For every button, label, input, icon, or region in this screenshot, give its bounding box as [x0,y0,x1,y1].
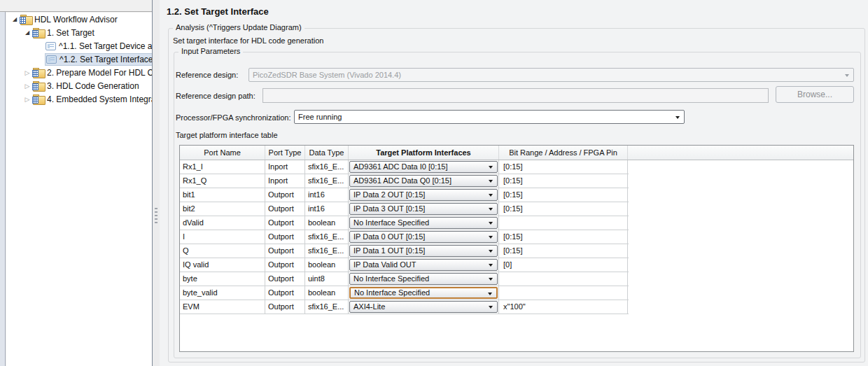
cell-port-name: I [180,230,265,244]
cell-data-type: sfix16_E... [305,244,349,258]
sync-label: Processor/FPGA synchronization: [176,113,290,122]
tree-item[interactable]: ^1.1. Set Target Device an [6,39,152,52]
cell-target-platform-interface: IP Data 0 OUT [0:15] [349,230,499,244]
tree-collapsed-arrow-icon[interactable]: ▷ [22,96,32,103]
table-row: bit1Outportint16IP Data 2 OUT [0:15][0:1… [180,188,629,202]
reference-design-value: PicoZedSDR Base System (Vivado 2014.4) [253,71,401,79]
interface-dropdown[interactable]: AD9361 ADC Data I0 [0:15] [349,161,498,173]
target-platform-interface-table: Port Name Port Type Data Type Target Pla… [179,145,854,352]
page-title: 1.2. Set Target Interface [167,6,269,17]
tree-item-content[interactable]: ^1.1. Set Target Device an [45,40,152,52]
cell-bit-range [499,286,628,300]
cell-target-platform-interface: IP Data 2 OUT [0:15] [349,188,499,202]
splitter-grip-icon[interactable] [155,208,158,223]
tree-expanded-arrow-icon[interactable]: ◢ [22,29,32,36]
column-header-filler [628,146,853,160]
cell-port-name: Q [180,244,265,258]
tree-item[interactable]: ^1.2. Set Target Interface [6,52,152,66]
table-body: Rx1_IInportsfix16_E...AD9361 ADC Data I0… [180,160,853,314]
interface-dropdown[interactable]: IP Data 3 OUT [0:15] [349,203,498,215]
sync-dropdown[interactable]: Free running [294,110,685,124]
cell-bit-range [499,272,628,286]
interface-dropdown[interactable]: No Interface Specified [349,273,498,285]
tree-item-content[interactable]: 3. HDL Code Generation [32,80,141,92]
interface-dropdown[interactable]: IP Data Valid OUT [349,259,498,271]
cell-port-type: Outport [265,244,305,258]
cell-port-name: bit1 [180,188,265,202]
tree-item-content[interactable]: 2. Prepare Model For HDL Code [32,66,152,79]
column-header-data-type: Data Type [305,146,349,160]
cell-port-type: Outport [265,230,305,244]
cell-port-name: bit2 [180,202,265,216]
cell-port-name: Rx1_Q [180,174,265,188]
interface-dropdown[interactable]: No Interface Specified [349,217,498,229]
interface-dropdown[interactable]: AXI4-Lite [349,301,498,313]
tree-item[interactable]: ▷2. Prepare Model For HDL Code [6,66,152,79]
cell-target-platform-interface: AD9361 ADC Data I0 [0:15] [349,160,499,174]
sync-value: Free running [298,113,342,121]
task-panel: 1.2. Set Target Interface Analysis (^Tri… [160,0,868,366]
interface-dropdown-value: No Interface Specified [354,274,429,283]
cell-bit-range: [0:15] [499,230,628,244]
reference-design-label: Reference design: [176,71,238,79]
cell-target-platform-interface: IP Data Valid OUT [349,258,499,272]
tree-item-label: 2. Prepare Model For HDL Code [47,68,152,78]
interface-dropdown[interactable]: AD9361 ADC Data Q0 [0:15] [349,175,498,187]
tree-item[interactable]: ▷4. Embedded System Integrati [6,92,152,106]
left-edge-strip [0,0,6,366]
table-row: Rx1_IInportsfix16_E...AD9361 ADC Data I0… [180,160,629,174]
tree-item-label: 3. HDL Code Generation [47,81,139,91]
chevron-down-icon [489,236,493,241]
column-header-port-name: Port Name [180,146,265,160]
tree-item[interactable]: ▷3. HDL Code Generation [6,79,152,92]
cell-data-type: boolean [305,286,349,300]
chevron-down-icon [489,278,493,283]
table-row: bit2Outportint16IP Data 3 OUT [0:15][0:1… [180,202,629,216]
chevron-down-icon [489,222,493,227]
tree-item[interactable]: ◢1. Set Target [6,26,152,39]
cell-data-type: boolean [305,258,349,272]
panel-splitter[interactable] [152,0,160,366]
cell-data-type: sfix16_E... [305,160,349,174]
tree-item-content[interactable]: 4. Embedded System Integrati [32,93,152,106]
task-report-icon [46,55,57,64]
cell-target-platform-interface: IP Data 3 OUT [0:15] [349,202,499,216]
tree-collapsed-arrow-icon[interactable]: ▷ [22,83,32,90]
interface-dropdown-value: IP Data Valid OUT [354,260,416,269]
interface-dropdown[interactable]: No Interface Specified [349,287,498,299]
interface-dropdown[interactable]: IP Data 1 OUT [0:15] [349,245,498,257]
tree-collapsed-arrow-icon[interactable]: ▷ [22,69,32,76]
interface-dropdown[interactable]: IP Data 2 OUT [0:15] [349,189,498,201]
cell-target-platform-interface: IP Data 1 OUT [0:15] [349,244,499,258]
browse-button[interactable]: Browse... [776,86,854,103]
task-description: Set target interface for HDL code genera… [173,36,323,45]
tree-item-selected[interactable]: ^1.2. Set Target Interface [45,53,152,66]
cell-port-type: Outport [265,272,305,286]
cell-target-platform-interface: AXI4-Lite [349,300,499,314]
cell-bit-range: [0:15] [499,244,628,258]
tree-item-content[interactable]: HDL Workflow Advisor [20,13,120,26]
cell-data-type: uint8 [305,272,349,286]
interface-dropdown-value: AD9361 ADC Data I0 [0:15] [354,162,448,171]
tree-item-label: 4. Embedded System Integrati [47,94,152,104]
table-row: byteOutportuint8No Interface Specified [180,272,629,286]
workflow-folder-icon [33,68,44,77]
reference-design-dropdown[interactable]: PicoZedSDR Base System (Vivado 2014.4) [248,68,854,82]
chevron-down-icon [676,116,680,121]
reference-design-path-label: Reference design path: [176,92,255,100]
interface-dropdown[interactable]: IP Data 0 OUT [0:15] [349,231,498,243]
cell-target-platform-interface: AD9361 ADC Data Q0 [0:15] [349,174,499,188]
tree-item-label: ^1.2. Set Target Interface [59,55,152,64]
cell-port-name: Rx1_I [180,160,265,174]
tree-expanded-arrow-icon[interactable]: ◢ [10,16,20,22]
tree-item-content[interactable]: 1. Set Target [32,27,97,39]
cell-bit-range: [0:15] [499,160,628,174]
interface-dropdown-value: No Interface Specified [354,288,430,297]
cell-data-type: sfix16_E... [305,174,349,188]
cell-target-platform-interface: No Interface Specified [349,286,499,300]
tree-item[interactable]: ◢HDL Workflow Advisor [6,13,152,26]
table-row: EVMOutportsfix16_E...AXI4-Litex"100" [180,300,629,314]
cell-data-type: int16 [305,202,349,216]
reference-design-path-input[interactable] [262,88,769,103]
interface-dropdown-value: No Interface Specified [354,218,429,227]
